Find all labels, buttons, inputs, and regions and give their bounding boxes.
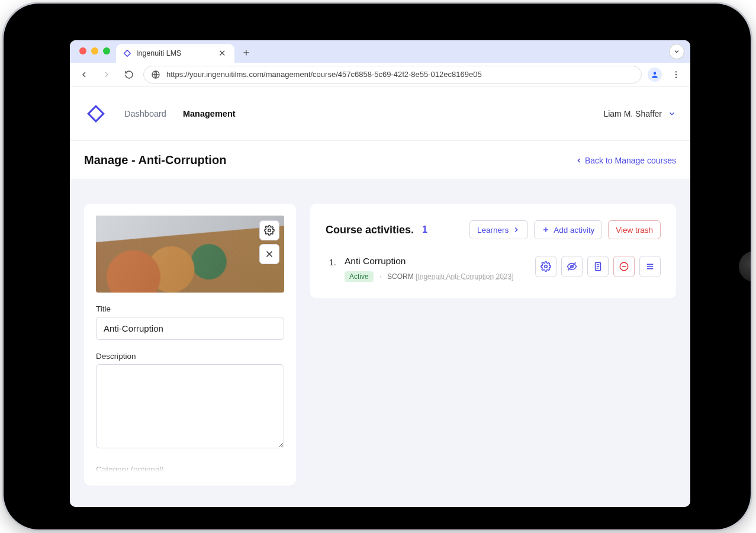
minus-circle-icon xyxy=(619,261,629,272)
page-subheader: Manage - Anti-Corruption Back to Manage … xyxy=(70,141,690,180)
browser-tabstrip: Ingenuiti LMS ✕ ＋ xyxy=(70,40,690,63)
activity-status-badge: Active xyxy=(345,271,374,282)
eye-off-icon xyxy=(567,261,577,272)
course-details-card: Title Description Category (optional) xyxy=(84,204,296,486)
address-bar[interactable]: https://your.ingenuitilms.com/management… xyxy=(143,66,642,84)
activity-visibility-button[interactable] xyxy=(561,256,583,277)
meta-separator: · xyxy=(379,272,381,281)
user-menu[interactable]: Liam M. Shaffer xyxy=(603,109,676,118)
site-info-icon[interactable] xyxy=(151,70,160,79)
close-window-button[interactable] xyxy=(79,47,86,54)
document-icon xyxy=(593,261,603,272)
description-label: Description xyxy=(96,352,284,361)
profile-button[interactable] xyxy=(648,68,662,82)
gear-icon xyxy=(264,225,275,236)
activities-count: 1 xyxy=(422,224,427,235)
view-trash-button[interactable]: View trash xyxy=(608,220,661,239)
tab-title: Ingenuiti LMS xyxy=(136,49,181,57)
tab-favicon xyxy=(123,49,131,57)
nav-management[interactable]: Management xyxy=(183,109,236,118)
chevron-left-icon xyxy=(575,157,583,164)
chevron-right-icon xyxy=(512,226,520,234)
back-link-label: Back to Manage courses xyxy=(585,156,676,165)
svg-point-1 xyxy=(654,72,657,75)
page-title: Manage - Anti-Corruption xyxy=(84,153,226,167)
app-logo[interactable] xyxy=(84,102,108,126)
reload-button[interactable] xyxy=(121,66,137,83)
device-home-button[interactable] xyxy=(739,251,751,282)
app-header: Dashboard Management Liam M. Shaffer xyxy=(70,86,690,141)
chevron-down-icon xyxy=(668,110,676,118)
activity-type: SCORM [Ingenuiti Anti-Corruption 2023] xyxy=(387,272,513,281)
learners-button-label: Learners xyxy=(477,226,509,235)
browser-window: Ingenuiti LMS ✕ ＋ xyxy=(70,40,690,507)
activity-report-button[interactable] xyxy=(587,256,609,277)
cover-remove-button[interactable] xyxy=(259,244,279,264)
activity-index: 1. xyxy=(326,256,336,267)
svg-point-3 xyxy=(675,73,677,75)
title-label: Title xyxy=(96,304,284,313)
cover-image xyxy=(96,216,284,293)
add-activity-button[interactable]: Add activity xyxy=(534,220,602,239)
course-cover-image xyxy=(96,216,284,293)
category-label: Category (optional) xyxy=(96,465,284,474)
minimize-window-button[interactable] xyxy=(91,47,98,54)
add-activity-label: Add activity xyxy=(554,226,594,235)
activities-heading: Course activities. xyxy=(326,224,414,236)
description-input[interactable] xyxy=(96,364,284,448)
browser-tab[interactable]: Ingenuiti LMS ✕ xyxy=(116,44,234,63)
title-input[interactable] xyxy=(96,317,284,340)
svg-point-10 xyxy=(545,265,548,268)
cover-settings-button[interactable] xyxy=(259,220,279,240)
activity-settings-button[interactable] xyxy=(535,256,556,277)
gear-icon xyxy=(541,261,551,272)
activity-package: [Ingenuiti Anti-Corruption 2023] xyxy=(416,272,513,281)
nav-dashboard[interactable]: Dashboard xyxy=(124,109,166,118)
tabstrip-dropdown-button[interactable] xyxy=(669,44,684,59)
course-activities-card: Course activities. 1 Learners Add activi… xyxy=(310,204,676,298)
svg-point-5 xyxy=(268,229,271,232)
activity-row: 1. Anti Corruption Active · SCORM [Ingen… xyxy=(326,256,661,282)
browser-menu-button[interactable] xyxy=(668,66,684,83)
primary-nav: Dashboard Management xyxy=(124,109,236,118)
learners-button[interactable]: Learners xyxy=(469,220,528,239)
new-tab-button[interactable]: ＋ xyxy=(238,44,255,60)
nav-back-button[interactable] xyxy=(76,66,92,83)
svg-point-4 xyxy=(675,76,677,78)
activity-reorder-button[interactable] xyxy=(639,256,661,277)
plus-icon xyxy=(542,226,550,234)
back-to-courses-link[interactable]: Back to Manage courses xyxy=(575,156,676,165)
app-page: Dashboard Management Liam M. Shaffer Man… xyxy=(70,86,690,507)
content-area: Title Description Category (optional) Co… xyxy=(70,180,690,507)
maximize-window-button[interactable] xyxy=(103,47,110,54)
view-trash-label: View trash xyxy=(616,226,653,235)
url-text: https://your.ingenuitilms.com/management… xyxy=(166,70,482,79)
user-name: Liam M. Shaffer xyxy=(603,109,662,118)
browser-toolbar: https://your.ingenuitilms.com/management… xyxy=(70,63,690,86)
svg-point-2 xyxy=(675,71,677,72)
x-icon xyxy=(264,249,275,259)
nav-forward-button[interactable] xyxy=(98,66,115,83)
activity-name: Anti Corruption xyxy=(345,256,527,266)
tab-close-button[interactable]: ✕ xyxy=(216,47,229,60)
activity-delete-button[interactable] xyxy=(613,256,635,277)
window-controls xyxy=(79,47,110,54)
menu-icon xyxy=(645,261,655,272)
